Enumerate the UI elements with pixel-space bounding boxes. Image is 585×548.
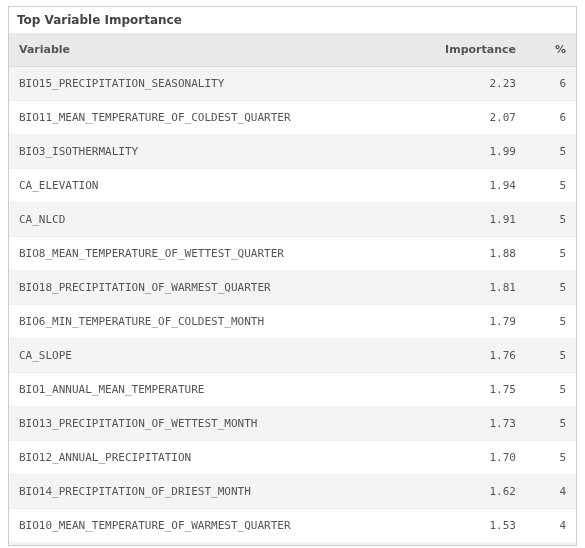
cell-importance: 1.81 <box>416 271 526 305</box>
cell-importance: 1.50 <box>416 543 526 547</box>
col-importance[interactable]: Importance <box>416 33 526 67</box>
cell-percent: 5 <box>526 407 576 441</box>
cell-variable: CA_SLOPE <box>9 339 416 373</box>
table-row[interactable]: BIO6_MIN_TEMPERATURE_OF_COLDEST_MONTH1.7… <box>9 305 576 339</box>
table-row[interactable]: BIO1_ANNUAL_MEAN_TEMPERATURE1.755 <box>9 373 576 407</box>
cell-percent: 5 <box>526 169 576 203</box>
cell-importance: 1.53 <box>416 509 526 543</box>
cell-percent: 4 <box>526 509 576 543</box>
cell-importance: 1.76 <box>416 339 526 373</box>
col-percent[interactable]: % <box>526 33 576 67</box>
cell-importance: 1.99 <box>416 135 526 169</box>
cell-variable: BIO6_MIN_TEMPERATURE_OF_COLDEST_MONTH <box>9 305 416 339</box>
cell-importance: 2.07 <box>416 101 526 135</box>
table-header-row: Variable Importance % <box>9 33 576 67</box>
cell-variable: BIO10_MEAN_TEMPERATURE_OF_WARMEST_QUARTE… <box>9 509 416 543</box>
panel-title: Top Variable Importance <box>9 7 576 33</box>
table-row[interactable]: BIO15_PRECIPITATION_SEASONALITY2.236 <box>9 67 576 101</box>
table-row[interactable]: BIO14_PRECIPITATION_OF_DRIEST_MONTH1.624 <box>9 475 576 509</box>
cell-percent: 4 <box>526 543 576 547</box>
cell-variable: BIO8_MEAN_TEMPERATURE_OF_WETTEST_QUARTER <box>9 237 416 271</box>
cell-percent: 4 <box>526 475 576 509</box>
table-row[interactable]: BIO8_MEAN_TEMPERATURE_OF_WETTEST_QUARTER… <box>9 237 576 271</box>
cell-variable: BIO12_ANNUAL_PRECIPITATION <box>9 441 416 475</box>
cell-variable: BIO13_PRECIPITATION_OF_WETTEST_MONTH <box>9 407 416 441</box>
cell-variable: CA_NLCD <box>9 203 416 237</box>
cell-percent: 5 <box>526 237 576 271</box>
cell-percent: 5 <box>526 339 576 373</box>
cell-variable: BIO11_MEAN_TEMPERATURE_OF_COLDEST_QUARTE… <box>9 101 416 135</box>
cell-importance: 1.73 <box>416 407 526 441</box>
cell-percent: 6 <box>526 101 576 135</box>
cell-percent: 5 <box>526 373 576 407</box>
cell-importance: 1.88 <box>416 237 526 271</box>
cell-variable: CA_ELEVATION <box>9 169 416 203</box>
cell-variable: BIO4_TEMPERATURE_SEASONALITY <box>9 543 416 547</box>
cell-variable: BIO14_PRECIPITATION_OF_DRIEST_MONTH <box>9 475 416 509</box>
table-row[interactable]: BIO13_PRECIPITATION_OF_WETTEST_MONTH1.73… <box>9 407 576 441</box>
cell-variable: BIO15_PRECIPITATION_SEASONALITY <box>9 67 416 101</box>
table-row[interactable]: BIO18_PRECIPITATION_OF_WARMEST_QUARTER1.… <box>9 271 576 305</box>
cell-variable: BIO18_PRECIPITATION_OF_WARMEST_QUARTER <box>9 271 416 305</box>
cell-importance: 1.70 <box>416 441 526 475</box>
table-row[interactable]: CA_ELEVATION1.945 <box>9 169 576 203</box>
cell-percent: 5 <box>526 203 576 237</box>
cell-percent: 6 <box>526 67 576 101</box>
table-row[interactable]: CA_NLCD1.915 <box>9 203 576 237</box>
table-row[interactable]: BIO11_MEAN_TEMPERATURE_OF_COLDEST_QUARTE… <box>9 101 576 135</box>
cell-importance: 1.62 <box>416 475 526 509</box>
table-row[interactable]: BIO12_ANNUAL_PRECIPITATION1.705 <box>9 441 576 475</box>
cell-importance: 1.91 <box>416 203 526 237</box>
cell-importance: 1.79 <box>416 305 526 339</box>
cell-percent: 5 <box>526 441 576 475</box>
cell-percent: 5 <box>526 135 576 169</box>
cell-importance: 2.23 <box>416 67 526 101</box>
cell-percent: 5 <box>526 305 576 339</box>
cell-variable: BIO3_ISOTHERMALITY <box>9 135 416 169</box>
importance-table: Variable Importance % BIO15_PRECIPITATIO… <box>9 33 576 546</box>
table-row[interactable]: BIO3_ISOTHERMALITY1.995 <box>9 135 576 169</box>
table-row[interactable]: BIO4_TEMPERATURE_SEASONALITY1.504 <box>9 543 576 547</box>
table-row[interactable]: BIO10_MEAN_TEMPERATURE_OF_WARMEST_QUARTE… <box>9 509 576 543</box>
cell-importance: 1.75 <box>416 373 526 407</box>
cell-percent: 5 <box>526 271 576 305</box>
cell-importance: 1.94 <box>416 169 526 203</box>
table-row[interactable]: CA_SLOPE1.765 <box>9 339 576 373</box>
col-variable[interactable]: Variable <box>9 33 416 67</box>
cell-variable: BIO1_ANNUAL_MEAN_TEMPERATURE <box>9 373 416 407</box>
variable-importance-panel: Top Variable Importance Variable Importa… <box>8 6 577 546</box>
